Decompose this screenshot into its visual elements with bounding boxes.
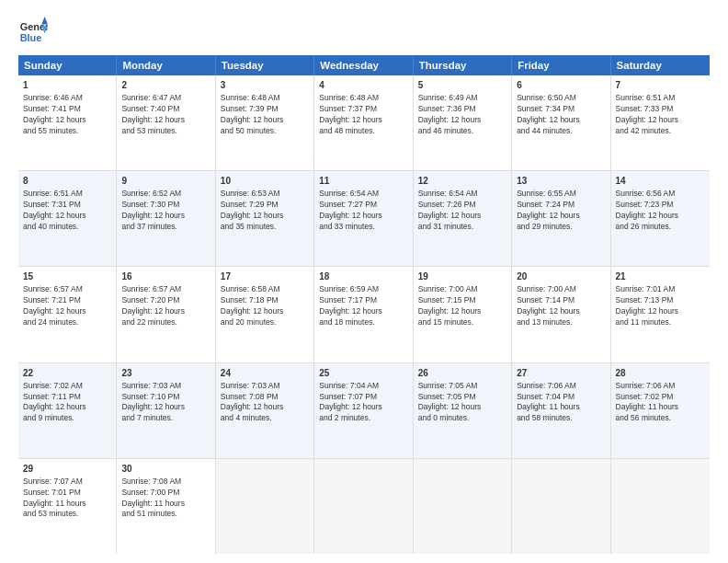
day-info-line: Sunset: 7:34 PM [517,104,574,113]
day-number: 19 [418,270,506,283]
day-info-line: Daylight: 12 hours [23,402,86,411]
weekday-header-wednesday: Wednesday [314,55,413,75]
day-info-line: Daylight: 12 hours [221,211,284,220]
day-number: 22 [23,367,111,380]
day-info-line: Sunrise: 6:52 AM [121,189,181,198]
day-number: 16 [121,270,210,283]
day-cell-15: 15Sunrise: 6:57 AMSunset: 7:21 PMDayligh… [18,267,117,362]
calendar-row-2: 8Sunrise: 6:51 AMSunset: 7:31 PMDaylight… [18,171,710,267]
day-info-line: Sunrise: 7:01 AM [616,284,676,293]
day-info-line: Daylight: 11 hours [23,499,86,508]
day-info-line: and 0 minutes. [418,413,470,422]
day-cell-6: 6Sunrise: 6:50 AMSunset: 7:34 PMDaylight… [512,75,610,170]
day-info-line: Sunrise: 6:54 AM [319,189,379,198]
day-number: 15 [23,270,111,283]
day-info-line: Daylight: 12 hours [616,211,679,220]
day-info-line: and 37 minutes. [121,222,176,231]
day-info-line: and 40 minutes. [23,222,78,231]
day-info-line: Sunset: 7:17 PM [319,295,377,304]
day-number: 14 [616,175,705,188]
day-info-line: Sunrise: 6:59 AM [319,284,379,293]
day-info-line: Daylight: 12 hours [517,306,580,316]
day-info-line: Daylight: 12 hours [23,115,86,124]
day-info-line: Sunrise: 6:48 AM [319,93,379,102]
day-cell-20: 20Sunrise: 7:00 AMSunset: 7:14 PMDayligh… [512,267,610,362]
day-info-line: Sunset: 7:27 PM [319,200,377,209]
calendar-row-4: 22Sunrise: 7:02 AMSunset: 7:11 PMDayligh… [18,363,710,459]
day-info-line: Sunrise: 7:03 AM [221,381,280,390]
day-info-line: Daylight: 11 hours [517,402,580,411]
day-info-line: Sunset: 7:13 PM [616,295,674,304]
day-info-line: and 29 minutes. [517,222,572,231]
day-number: 12 [418,175,506,188]
empty-cell [216,459,314,554]
calendar-body: 1Sunrise: 6:46 AMSunset: 7:41 PMDaylight… [18,75,710,554]
day-cell-24: 24Sunrise: 7:03 AMSunset: 7:08 PMDayligh… [216,363,314,458]
day-number: 11 [319,175,407,188]
calendar: SundayMondayTuesdayWednesdayThursdayFrid… [18,55,710,554]
day-info-line: Sunset: 7:40 PM [121,104,179,113]
day-info-line: Daylight: 12 hours [221,306,284,316]
day-number: 28 [616,367,705,380]
day-number: 30 [121,463,210,476]
day-info-line: Sunset: 7:33 PM [616,104,674,113]
day-info-line: Sunrise: 6:50 AM [517,93,576,102]
day-info-line: and 51 minutes. [121,509,176,518]
day-info-line: Sunrise: 6:48 AM [221,93,280,102]
day-cell-21: 21Sunrise: 7:01 AMSunset: 7:13 PMDayligh… [611,267,710,362]
day-cell-13: 13Sunrise: 6:55 AMSunset: 7:24 PMDayligh… [512,171,610,266]
day-cell-10: 10Sunrise: 6:53 AMSunset: 7:29 PMDayligh… [216,171,314,266]
day-info-line: Sunset: 7:20 PM [121,295,179,304]
day-info-line: and 20 minutes. [221,317,276,327]
day-info-line: and 31 minutes. [418,222,473,231]
weekday-header-tuesday: Tuesday [216,55,314,75]
day-info-line: and 48 minutes. [319,126,374,135]
day-info-line: Daylight: 12 hours [121,402,185,411]
day-cell-9: 9Sunrise: 6:52 AMSunset: 7:30 PMDaylight… [117,171,215,266]
day-cell-18: 18Sunrise: 6:59 AMSunset: 7:17 PMDayligh… [314,267,413,362]
day-cell-23: 23Sunrise: 7:03 AMSunset: 7:10 PMDayligh… [117,363,215,458]
day-number: 6 [517,79,605,92]
day-info-line: Sunset: 7:08 PM [221,392,279,401]
day-info-line: Sunrise: 7:04 AM [319,381,379,390]
empty-cell [314,459,413,554]
day-number: 27 [517,367,605,380]
day-info-line: Sunset: 7:26 PM [418,200,476,209]
day-info-line: and 26 minutes. [616,222,671,231]
day-info-line: and 53 minutes. [23,509,78,518]
day-info-line: and 22 minutes. [121,317,176,327]
day-info-line: Daylight: 12 hours [23,306,86,316]
day-number: 8 [23,175,111,188]
day-info-line: Daylight: 12 hours [616,306,679,316]
day-info-line: and 2 minutes. [319,413,370,422]
day-info-line: Sunset: 7:05 PM [418,392,476,401]
day-info-line: Sunrise: 7:06 AM [517,381,576,390]
day-info-line: Sunrise: 7:03 AM [121,381,181,390]
day-info-line: Daylight: 12 hours [319,211,382,220]
svg-text:Blue: Blue [20,32,42,43]
day-number: 18 [319,270,407,283]
day-info-line: Sunset: 7:10 PM [121,392,179,401]
day-cell-12: 12Sunrise: 6:54 AMSunset: 7:26 PMDayligh… [414,171,512,266]
day-info-line: Sunset: 7:37 PM [319,104,377,113]
day-info-line: and 50 minutes. [221,126,276,135]
day-info-line: Sunset: 7:11 PM [23,392,81,401]
day-info-line: Daylight: 12 hours [517,115,580,124]
day-info-line: Sunrise: 6:46 AM [23,93,83,102]
day-info-line: Sunrise: 6:51 AM [23,189,83,198]
day-info-line: and 42 minutes. [616,126,671,135]
day-info-line: Sunset: 7:23 PM [616,200,674,209]
day-info-line: Daylight: 12 hours [418,402,482,411]
day-cell-11: 11Sunrise: 6:54 AMSunset: 7:27 PMDayligh… [314,171,413,266]
day-info-line: Sunset: 7:02 PM [616,392,674,401]
day-cell-3: 3Sunrise: 6:48 AMSunset: 7:39 PMDaylight… [216,75,314,170]
day-number: 23 [121,367,210,380]
day-info-line: Sunrise: 7:02 AM [23,381,83,390]
day-info-line: Sunrise: 7:00 AM [517,284,576,293]
day-info-line: Daylight: 12 hours [319,306,382,316]
day-info-line: Daylight: 12 hours [418,306,482,316]
day-info-line: and 24 minutes. [23,317,78,327]
day-cell-4: 4Sunrise: 6:48 AMSunset: 7:37 PMDaylight… [314,75,413,170]
day-info-line: Daylight: 12 hours [418,115,482,124]
day-info-line: Daylight: 12 hours [319,402,382,411]
